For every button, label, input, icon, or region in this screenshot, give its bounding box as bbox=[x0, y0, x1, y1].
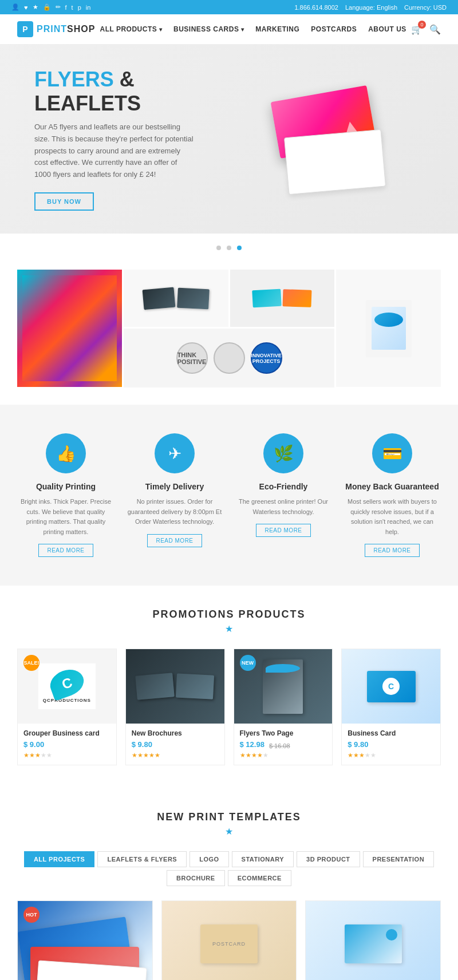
feature-money-back-read-more[interactable]: READ MORE bbox=[365, 544, 419, 557]
promo-info-2: New Brochures $ 9.80 ★★★★★ bbox=[126, 724, 224, 765]
hero-dots bbox=[0, 242, 458, 252]
tab-brochure[interactable]: BROCHURE bbox=[167, 870, 225, 886]
hero-buy-button[interactable]: BUY NOW bbox=[34, 192, 94, 211]
promotions-section: PROMOTIONS PRODUCTS ★ SALE! C QCPRODUCTI… bbox=[0, 586, 458, 788]
template-postcard-thumb: POSTCARD bbox=[162, 901, 297, 980]
hero-title-highlight: FLYERS bbox=[34, 68, 114, 91]
logo[interactable]: P PRINTSHOP bbox=[17, 21, 95, 37]
feature-eco-read-more[interactable]: READ MORE bbox=[256, 524, 310, 537]
feature-quality-desc: Bright inks. Thick Paper. Precise cuts. … bbox=[17, 497, 114, 537]
tab-all-projects[interactable]: ALL PROJECTS bbox=[24, 851, 95, 867]
nav-business-cards[interactable]: BUSINESS CARDS bbox=[173, 25, 244, 33]
linkedin-icon: in bbox=[86, 4, 91, 11]
lock-icon: 🔒 bbox=[43, 3, 51, 11]
feature-delivery-title: Timely Delivery bbox=[126, 482, 223, 491]
hero-content: FLYERS & LEAFLETS Our A5 flyers and leaf… bbox=[34, 68, 229, 211]
gallery-item-1[interactable] bbox=[17, 270, 122, 388]
promo-info-3: Flyers Two Page $ 12.98 $ 16.08 ★★★★★ bbox=[234, 724, 333, 765]
cart-count: 0 bbox=[418, 21, 426, 29]
tab-logo[interactable]: LOGO bbox=[189, 851, 228, 867]
gallery-item-4[interactable] bbox=[336, 270, 441, 388]
templates-title: NEW PRINT TEMPLATES bbox=[17, 811, 441, 823]
tab-leaflets-flyers[interactable]: LEAFLETS & FLYERS bbox=[97, 851, 187, 867]
gallery-item-2[interactable] bbox=[124, 270, 228, 327]
templates-grid: HOT WM Grouper Business card $ 9.00 VIEW… bbox=[17, 900, 441, 980]
twitter-icon: t bbox=[72, 4, 73, 11]
feature-delivery-desc: No printer issues. Order for guaranteed … bbox=[126, 497, 223, 527]
promo-product-2[interactable]: New Brochures $ 9.80 ★★★★★ bbox=[125, 649, 225, 765]
filter-tabs: ALL PROJECTS LEAFLETS & FLYERS LOGO STAT… bbox=[17, 851, 441, 886]
promo-badge-1: SALE! bbox=[23, 655, 40, 671]
dot-1[interactable] bbox=[216, 246, 221, 250]
feature-delivery-read-more[interactable]: READ MORE bbox=[147, 534, 202, 547]
promo-name-3: Flyers Two Page bbox=[240, 729, 327, 737]
hero-image bbox=[229, 68, 424, 211]
header-actions: 🛒 0 🔍 bbox=[411, 24, 441, 35]
phone-number: 1.866.614.8002 bbox=[294, 4, 338, 11]
template-postcards[interactable]: POSTCARD eSliproser Postcards $ 16.98 ★★… bbox=[161, 900, 297, 980]
promotions-grid: SALE! C QCPRODUCTIONS Grouper Business c… bbox=[17, 649, 441, 765]
search-button[interactable]: 🔍 bbox=[429, 24, 441, 35]
features-grid: 👍 Quality Printing Bright inks. Thick Pa… bbox=[17, 433, 441, 557]
promo-stars-3: ★★★★★ bbox=[240, 752, 327, 759]
qc-logo: C QCPRODUCTIONS bbox=[38, 663, 96, 709]
feature-eco-desc: The greenest online printer! Our Waterle… bbox=[235, 497, 332, 517]
gallery-item-5[interactable]: THINKPOSITIVE INNOVATIVEPROJECTS bbox=[124, 329, 335, 388]
promo-stars-4: ★★★★★ bbox=[348, 752, 435, 759]
promo-name-4: Business Card bbox=[348, 729, 435, 737]
promo-name-1: Grouper Business card bbox=[23, 729, 110, 737]
nav-all-products[interactable]: ALL PRODUCTS bbox=[100, 25, 162, 33]
tab-ecommerce[interactable]: ECOMMERCE bbox=[228, 870, 291, 886]
pinterest-icon: p bbox=[78, 4, 81, 11]
leaf-icon: 🌿 bbox=[263, 433, 303, 473]
product-gallery: THINKPOSITIVE INNOVATIVEPROJECTS bbox=[0, 252, 458, 405]
top-bar-social: 👤 ♥ ★ 🔒 ✏ f t p in bbox=[11, 3, 90, 11]
promo-price-3: $ 12.98 bbox=[240, 740, 264, 749]
logo-icon: P bbox=[17, 21, 33, 37]
promo-price-old-3: $ 16.08 bbox=[269, 742, 290, 749]
hero-description: Our A5 flyers and leaflets are our bests… bbox=[34, 121, 195, 181]
hero-title: FLYERS & LEAFLETS bbox=[34, 68, 229, 116]
gallery-item-3[interactable] bbox=[230, 270, 335, 327]
promo-thumb-4: C bbox=[342, 649, 440, 724]
tab-presentation[interactable]: PRESENTATION bbox=[363, 851, 435, 867]
feature-money-back-desc: Most sellers work with buyers to quickly… bbox=[344, 497, 441, 537]
site-header: P PRINTSHOP ALL PRODUCTS BUSINESS CARDS … bbox=[0, 14, 458, 45]
promo-info-4: Business Card $ 9.80 ★★★★★ bbox=[342, 724, 440, 765]
user-icon: 👤 bbox=[11, 3, 19, 11]
template-featured-thumb: HOT WM bbox=[18, 901, 152, 980]
template-featured[interactable]: HOT WM Grouper Business card $ 9.00 VIEW… bbox=[17, 900, 153, 980]
gallery-grid: THINKPOSITIVE INNOVATIVEPROJECTS bbox=[17, 270, 441, 388]
promo-price-4: $ 9.80 bbox=[348, 740, 435, 749]
cart-button[interactable]: 🛒 0 bbox=[411, 24, 423, 35]
dot-3[interactable] bbox=[237, 246, 242, 250]
language-selector[interactable]: Language: English bbox=[345, 4, 397, 11]
tab-stationary[interactable]: STATIONARY bbox=[232, 851, 294, 867]
promo-badge-3: NEW bbox=[240, 655, 256, 671]
feature-money-back-title: Money Back Guaranteed bbox=[344, 482, 441, 491]
template-new-postcards-thumb bbox=[306, 901, 440, 980]
promo-product-4[interactable]: C Business Card $ 9.80 ★★★★★ bbox=[341, 649, 441, 765]
promo-thumb-3: NEW bbox=[234, 649, 333, 724]
promo-price-2: $ 9.80 bbox=[132, 740, 219, 749]
feature-quality-read-more[interactable]: READ MORE bbox=[38, 544, 93, 557]
nav-marketing[interactable]: MARKETING bbox=[255, 25, 299, 33]
template-new-postcards[interactable]: New Postcard Cards $ 10.09 ★★★★★ bbox=[305, 900, 441, 980]
promo-thumb-1: SALE! C QCPRODUCTIONS bbox=[18, 649, 116, 724]
paper-plane-icon: ✈ bbox=[155, 433, 195, 473]
promo-product-1[interactable]: SALE! C QCPRODUCTIONS Grouper Business c… bbox=[17, 649, 117, 765]
top-bar-info: 1.866.614.8002 Language: English Currenc… bbox=[294, 4, 447, 11]
nav-about-us[interactable]: ABOUT US bbox=[368, 25, 406, 33]
nav-postcards[interactable]: POSTCARDS bbox=[311, 25, 357, 33]
currency-selector[interactable]: Currency: USD bbox=[404, 4, 447, 11]
logo-text: PRINTSHOP bbox=[37, 24, 95, 34]
tab-3d-product[interactable]: 3D PRODUCT bbox=[297, 851, 360, 867]
hero-card-back bbox=[284, 129, 386, 195]
promo-price-1: $ 9.00 bbox=[23, 740, 110, 749]
promo-thumb-2 bbox=[126, 649, 224, 724]
promo-product-3[interactable]: NEW Flyers Two Page $ 12.98 $ 16.08 ★★★★… bbox=[234, 649, 333, 765]
heart-icon: ♥ bbox=[24, 4, 28, 11]
dot-2[interactable] bbox=[227, 246, 231, 250]
hero-section: FLYERS & LEAFLETS Our A5 flyers and leaf… bbox=[0, 45, 458, 234]
money-back-icon: 💳 bbox=[372, 433, 412, 473]
